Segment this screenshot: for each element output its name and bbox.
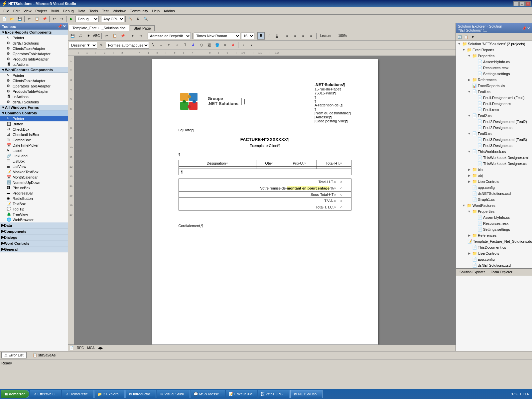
diagram-tool[interactable]: ⬡ — [198, 42, 205, 49]
new-file-button[interactable]: 📄 — [1, 15, 8, 23]
tool-operatorstableadapter-word[interactable]: ⚙OperatorsTableAdapter — [0, 83, 68, 89]
tool-radiobutton[interactable]: ◉RadioButton — [0, 196, 68, 201]
menu-item-debug[interactable]: Debug — [61, 8, 75, 14]
tool-numericupdown[interactable]: 🔢NumericUpDown — [0, 180, 68, 185]
taskbar-demorefle[interactable]: 🖥 DemoRefle... — [62, 390, 94, 398]
undo-button[interactable]: ↩ — [51, 15, 58, 23]
menu-item-file[interactable]: File — [1, 8, 11, 14]
se-excelreports-xls[interactable]: 📊 ExcelReports.xls — [456, 83, 532, 89]
section-excelreports[interactable]: ▼ ExcelReports Components — [0, 30, 68, 35]
tool-datetimepicker[interactable]: 📅DateTimePicker — [0, 143, 68, 148]
word-btn-abc[interactable]: ABC — [93, 32, 100, 40]
toolbox-pin-icon[interactable]: 📌 — [58, 24, 62, 29]
tool-productstableadapter-excel[interactable]: ⚙ProductsTableAdapter — [0, 57, 68, 62]
font-size-select[interactable]: 16 — [241, 33, 254, 39]
menu-item-project[interactable]: Project — [33, 8, 49, 14]
textbox-draw-tool[interactable]: T — [182, 42, 189, 49]
menu-item-tools[interactable]: Tools — [87, 8, 100, 14]
tool-pointer-excel[interactable]: ↖Pointer — [0, 35, 68, 41]
tool-checkedlistbox[interactable]: ☑CheckedListBox — [0, 132, 68, 137]
taskbar-edkeur[interactable]: 📝 Edkeur XML — [226, 390, 258, 398]
menu-item-addins[interactable]: Addins — [162, 8, 177, 14]
wordart-tool[interactable]: A — [190, 42, 197, 49]
taskbar-intro[interactable]: 🖥 Introductio... — [125, 390, 156, 398]
taskbar-msn[interactable]: 💬 MSN Messe... — [191, 390, 225, 398]
minimize-button[interactable]: ─ — [513, 1, 519, 6]
taskbar-effective-c[interactable]: 🖥 Effective C... — [30, 390, 61, 398]
tool-ucactions-word[interactable]: 🎛ucActions — [0, 94, 68, 99]
align-justify-button[interactable]: ≡ — [308, 32, 315, 40]
word-cut[interactable]: ✂ — [103, 32, 110, 40]
paste-button[interactable]: 📌 — [41, 15, 48, 23]
se-close-icon[interactable]: ✕ — [527, 26, 530, 31]
word-btn-2[interactable]: 🖨 — [77, 32, 84, 40]
se-feul2-designer-cs[interactable]: 📄 Feul2.Designer.cs — [456, 125, 532, 131]
se-collapse-btn[interactable]: ▼ — [470, 34, 476, 40]
se-wf-assembly[interactable]: 📄 AssemblyInfo.cs — [456, 214, 532, 220]
open-button[interactable]: 📂 — [8, 15, 16, 23]
settings-button[interactable]: ⚙ — [134, 15, 142, 23]
taskbar-netsolutions[interactable]: 🖥 NETSolutio... — [290, 390, 323, 398]
tool-operatorstableadapter-excel[interactable]: ⚙OperatorsTableAdapter — [0, 51, 68, 57]
section-components[interactable]: ▶ Components — [0, 228, 68, 234]
cut-button[interactable]: ✂ — [26, 15, 33, 23]
se-app-config[interactable]: 📄 app.config — [456, 185, 532, 191]
se-usercontrols[interactable]: ▶ 📁 UserControls — [456, 179, 532, 185]
tool-listview[interactable]: ☰ListView — [0, 164, 68, 169]
taskbar-explora[interactable]: 📁 2 Explora... — [94, 390, 125, 398]
tool-clientstableadapter-excel[interactable]: ⚙ClientsTableAdapter — [0, 46, 68, 51]
section-common-controls[interactable]: ▼ Common Controls — [0, 110, 68, 116]
fontcolor-tool[interactable]: A — [229, 42, 237, 49]
tool-picturebox[interactable]: 🖼PictureBox — [0, 185, 68, 191]
tool-checkbox[interactable]: ☑CheckBox — [0, 127, 68, 132]
se-feul2-designer-xml[interactable]: 📄 Feul2.Designer.xml (Feul2) — [456, 119, 532, 125]
copy-button[interactable]: 📋 — [33, 15, 41, 23]
style-select[interactable]: Adresse de l'expédit ▼ — [148, 33, 191, 39]
se-feul3-designer-cs[interactable]: 📄 Feul3.Designer.cs — [456, 143, 532, 149]
italic-button[interactable]: I — [265, 32, 273, 40]
cpu-select[interactable]: Any CPU — [101, 16, 124, 22]
align-right-button[interactable]: ≡ — [300, 32, 307, 40]
tool-listbox[interactable]: ☰ListBox — [0, 159, 68, 164]
redo-button[interactable]: ↪ — [58, 15, 66, 23]
menu-item-build[interactable]: Build — [49, 8, 61, 14]
start-button[interactable]: ⊞ démarrer — [1, 390, 29, 398]
tool-webbrowser[interactable]: 🌐WebBrowser — [0, 217, 68, 222]
se-resources[interactable]: 📄 Resources.resx — [456, 65, 532, 71]
se-feull[interactable]: ▼ 📄 Feull.cs — [456, 89, 532, 95]
word-undo[interactable]: ↩ — [129, 32, 137, 40]
menu-item-view[interactable]: View — [22, 8, 34, 14]
se-assemblyinfo[interactable]: 📄 AssemblyInfo.cs — [456, 59, 532, 65]
font-select[interactable]: Times New Roman — [194, 33, 240, 39]
select-tool[interactable]: ↖ — [98, 42, 105, 49]
word-btn-3[interactable]: 👁 — [85, 32, 92, 40]
align-left-button[interactable]: ≡ — [284, 32, 291, 40]
underline-button[interactable]: U — [273, 32, 281, 40]
se-wf-usercontrols[interactable]: ▶ 📁 UserControls — [456, 250, 532, 256]
tool-treeview[interactable]: 🌲TreeView — [0, 212, 68, 217]
se-feull-resx[interactable]: 📄 Feull.resx — [456, 107, 532, 113]
tool-pointer-common[interactable]: ↖Pointer — [0, 116, 68, 121]
se-tab-team-explorer[interactable]: Team Explorer — [488, 269, 515, 275]
se-settings[interactable]: 📄 Settings.settings — [456, 71, 532, 77]
menu-item-data[interactable]: Data — [76, 8, 87, 14]
3d-tool[interactable]: ▪ — [248, 42, 255, 49]
se-wf-resources[interactable]: 📄 Resources.resx — [456, 220, 532, 226]
tool-button[interactable]: 🔲Button — [0, 121, 68, 127]
debug-start-button[interactable]: ▶ — [68, 15, 75, 23]
se-pin-icon[interactable]: 📌 — [522, 26, 526, 31]
se-feul3[interactable]: ▼ 📄 Feul3.cs — [456, 131, 532, 137]
close-button[interactable]: ✕ — [525, 1, 531, 6]
menu-item-edit[interactable]: Edit — [11, 8, 22, 14]
se-wf-references[interactable]: ▶ 📁 References — [456, 232, 532, 238]
section-dialogs[interactable]: ▶ Dialogs — [0, 234, 68, 240]
se-obj[interactable]: ▶ 📁 obj — [456, 173, 532, 179]
menu-item-community[interactable]: Community — [128, 8, 150, 14]
se-bin[interactable]: ▶ 📁 bin — [456, 167, 532, 173]
tab-start-page[interactable]: Start Page — [130, 25, 155, 31]
se-wf-dsnets-xsd[interactable]: 📄 dsNETSolutions.xsd — [456, 262, 532, 268]
tool-linklabel[interactable]: 🔗LinkLabel — [0, 153, 68, 159]
tool-ucactions-excel[interactable]: 🎛ucActions — [0, 62, 68, 67]
lecture-button[interactable]: Lecture — [318, 32, 333, 40]
se-thisdocument[interactable]: 📄 ThisDocument.cs — [456, 244, 532, 250]
